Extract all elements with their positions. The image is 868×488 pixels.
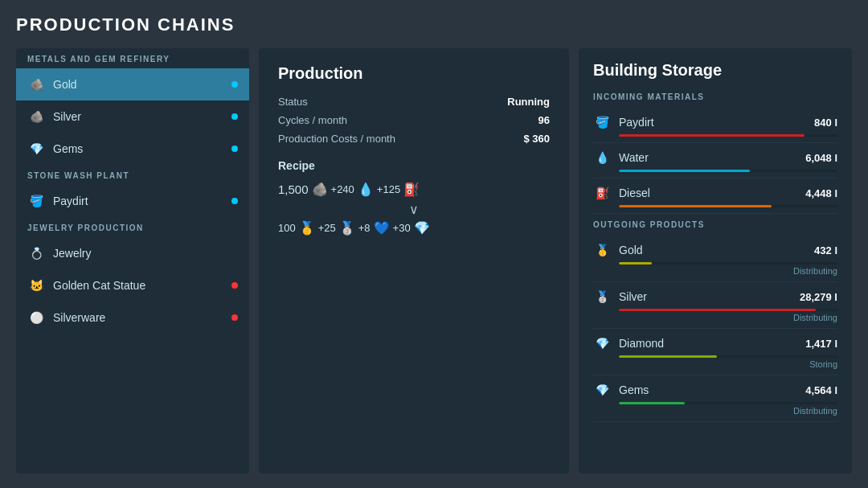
diamond-out-bar-container [619, 355, 837, 358]
silver-out-value: 28,279 l [800, 291, 837, 303]
water-in-icon: 💧 [593, 149, 611, 166]
diesel-in-bar-container [619, 205, 837, 207]
diesel-in-bar [619, 205, 772, 207]
diamond-out-icon: 💎 [593, 334, 611, 352]
stat-costs-value: $ 360 [523, 133, 550, 145]
golden-cat-label: Golden Cat Statue [53, 279, 231, 292]
gems-out-name: Gems [619, 383, 799, 396]
storage-title: Building Storage [593, 61, 837, 80]
stat-status-value: Running [507, 96, 550, 108]
diamond-out-value: 1,417 l [805, 338, 837, 350]
silver-out-name: Silver [619, 290, 793, 303]
gold-out-value: 432 l [814, 244, 837, 256]
diamond-icon: 💙 [374, 220, 390, 236]
diamond-out-bar [619, 355, 717, 358]
gems-out-icon: 💎 [593, 381, 611, 399]
gold-out-name: Gold [619, 244, 808, 256]
storage-item-gold-out: 🥇Gold432 lDistributing [593, 236, 837, 282]
silver-out-status: Distributing [593, 313, 837, 322]
list-item-silver[interactable]: 🪨Silver [16, 100, 249, 133]
paydirt-in-bar [619, 134, 805, 137]
outgoing-list: 🥇Gold432 lDistributing🥈Silver28,279 lDis… [593, 236, 837, 422]
paydirt-dot [231, 198, 238, 204]
paydirt-icon: 🪣 [27, 192, 45, 210]
silver-label: Silver [53, 110, 231, 123]
gems-label: Gems [53, 142, 231, 155]
mid-panel: Production Status Running Cycles / month… [259, 48, 569, 474]
silverware-icon: ⚪ [27, 309, 45, 326]
water-icon: 💧 [358, 182, 374, 197]
stat-cycles: Cycles / month 96 [278, 114, 550, 126]
golden-cat-dot [231, 282, 238, 289]
gems-icon: 💎 [27, 140, 45, 158]
section-header-jewelry-production: JEWELRY PRODUCTION [16, 217, 249, 237]
silver-icon: 🪨 [27, 108, 45, 125]
incoming-header: INCOMING MATERIALS [593, 92, 837, 101]
production-title: Production [278, 64, 550, 83]
gold-out-bar-container [619, 262, 837, 265]
silver-out-bar [619, 309, 816, 311]
gems-out-status: Distributing [593, 406, 837, 416]
diesel-in-icon: ⛽ [593, 184, 611, 202]
paydirt-label: Paydirt [53, 195, 231, 207]
list-item-gems[interactable]: 💎Gems [16, 133, 249, 165]
right-panel: Building Storage INCOMING MATERIALS 🪣Pay… [579, 48, 852, 474]
paydirt-in-name: Paydirt [619, 116, 808, 129]
diesel-in-value: 4,448 l [805, 187, 837, 199]
list-item-golden-cat[interactable]: 🐱Golden Cat Statue [16, 269, 249, 301]
gold-out-icon: 🥇 [593, 241, 611, 259]
recipe-inputs: 1,500 🪨 +240 💧 +125 ⛽ [278, 182, 550, 197]
storage-item-diamond-out: 💎Diamond1,417 lStoring [593, 329, 837, 375]
water-in-name: Water [619, 151, 799, 164]
diamond-out-name: Diamond [619, 337, 799, 350]
storage-item-paydirt-in: 🪣Paydirt840 l [593, 108, 837, 143]
list-item-silverware[interactable]: ⚪Silverware [16, 301, 249, 334]
paydirt-in-icon: 🪣 [593, 113, 611, 131]
silver-out-icon: 🥈 [593, 288, 611, 306]
storage-item-diesel-in: ⛽Diesel4,448 l [593, 178, 837, 214]
jewelry-label: Jewelry [53, 247, 238, 260]
gold-out-status: Distributing [593, 266, 837, 276]
fuel-icon: ⛽ [403, 182, 420, 197]
silver-dot [231, 113, 238, 120]
diamond-out-status: Storing [593, 359, 837, 369]
left-panel: METALS AND GEM REFINERY🪨Gold🪨Silver💎Gems… [16, 48, 249, 474]
recipe-arrow: ∨ [278, 202, 550, 217]
storage-item-silver-out: 🥈Silver28,279 lDistributing [593, 282, 837, 329]
storage-item-gems-out: 💎Gems4,564 lDistributing [593, 375, 837, 422]
outgoing-header: OUTGOING PRODUCTS [593, 220, 837, 229]
list-item-jewelry[interactable]: 💍Jewelry [16, 237, 249, 269]
section-header-metals-and-gem-refinery: METALS AND GEM REFINERY [16, 48, 249, 68]
main-container: PRODUCTION CHAINS METALS AND GEM REFINER… [0, 0, 868, 488]
panels: METALS AND GEM REFINERY🪨Gold🪨Silver💎Gems… [16, 48, 852, 474]
gems-out-bar-container [619, 402, 837, 404]
water-in-bar [619, 170, 750, 172]
recipe-label: Recipe [278, 159, 550, 172]
gems-dot [231, 146, 238, 152]
gems-out-bar [619, 402, 685, 404]
silverware-dot [231, 314, 238, 321]
silver-icon: 🥈 [339, 220, 355, 236]
paydirt-icon: 🪨 [312, 182, 328, 197]
list-item-gold[interactable]: 🪨Gold [16, 68, 249, 100]
stat-costs-label: Production Costs / month [278, 133, 395, 145]
gold-out-bar [619, 262, 652, 265]
stat-status-label: Status [278, 96, 308, 108]
page-title: PRODUCTION CHAINS [16, 14, 852, 35]
gold-icon: 🥇 [299, 220, 315, 236]
water-in-bar-container [619, 170, 837, 172]
jewelry-icon: 💍 [27, 244, 45, 262]
stat-cycles-label: Cycles / month [278, 114, 347, 126]
list-item-paydirt[interactable]: 🪣Paydirt [16, 185, 249, 217]
incoming-list: 🪣Paydirt840 l💧Water6,048 l⛽Diesel4,448 l [593, 108, 837, 214]
silverware-label: Silverware [53, 311, 231, 324]
storage-item-water-in: 💧Water6,048 l [593, 143, 837, 178]
gold-icon: 🪨 [27, 76, 45, 93]
golden-cat-icon: 🐱 [27, 277, 45, 294]
recipe-outputs: 100 🥇 +25 🥈 +8 💙 +30 💎 [278, 220, 550, 236]
gold-label: Gold [53, 78, 231, 91]
paydirt-in-value: 840 l [814, 117, 837, 129]
gems-out-value: 4,564 l [805, 384, 837, 396]
gems-icon: 💎 [414, 220, 430, 236]
silver-out-bar-container [619, 309, 837, 311]
